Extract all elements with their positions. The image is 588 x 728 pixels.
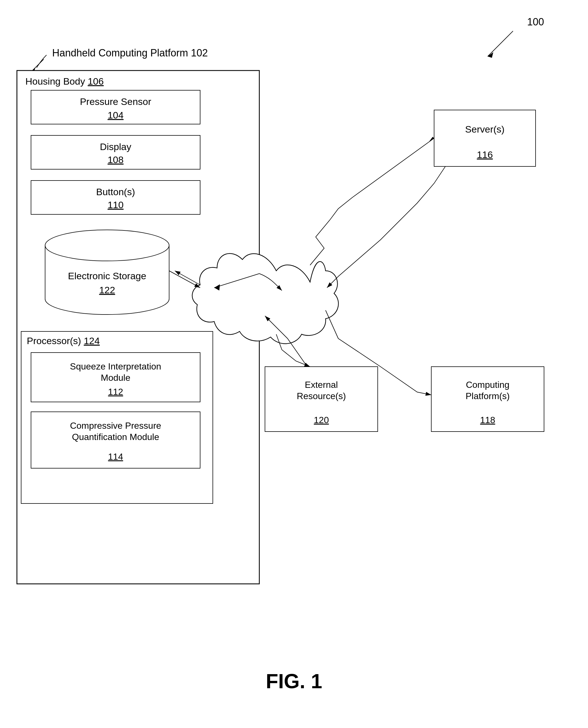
fig-label: FIG. 1 [266, 670, 322, 692]
buttons-num: 110 [108, 199, 124, 210]
server-label: Server(s) [465, 124, 505, 135]
computing-label2: Platform(s) [466, 391, 510, 401]
compressive-label1: Compressive Pressure [70, 421, 161, 431]
display-num: 108 [108, 154, 124, 165]
diagram-svg: 100 Handheld Computing Platform 102 Hous… [0, 0, 588, 728]
external-label1: External [305, 380, 338, 390]
squeeze-label: Squeeze Interpretation [70, 361, 161, 371]
storage-ellipse-top [45, 230, 169, 261]
compressive-num: 114 [108, 451, 123, 462]
display-label: Display [100, 141, 131, 152]
pressure-sensor-label: Pressure Sensor [80, 96, 151, 107]
external-num: 120 [314, 415, 329, 425]
computing-label1: Computing [466, 380, 510, 390]
computing-num: 118 [480, 415, 495, 425]
external-label2: Resource(s) [297, 391, 346, 401]
storage-label: Electronic Storage [68, 270, 146, 281]
buttons-label: Button(s) [96, 186, 135, 197]
compressive-label2: Quantification Module [72, 432, 159, 442]
svg-marker-1 [488, 52, 493, 58]
svg-marker-10 [428, 137, 434, 142]
housing-label: Housing Body 106 [25, 76, 104, 86]
pressure-sensor-num: 104 [108, 110, 124, 120]
server-num: 116 [477, 149, 493, 160]
storage-num: 122 [99, 285, 115, 295]
hcp-label: Handheld Computing Platform 102 [52, 47, 208, 59]
squeeze-label2: Module [101, 372, 130, 383]
processor-label: Processor(s) 124 [27, 336, 100, 346]
squeeze-num: 112 [108, 387, 123, 397]
svg-line-0 [488, 31, 513, 56]
ref-100: 100 [527, 16, 544, 28]
